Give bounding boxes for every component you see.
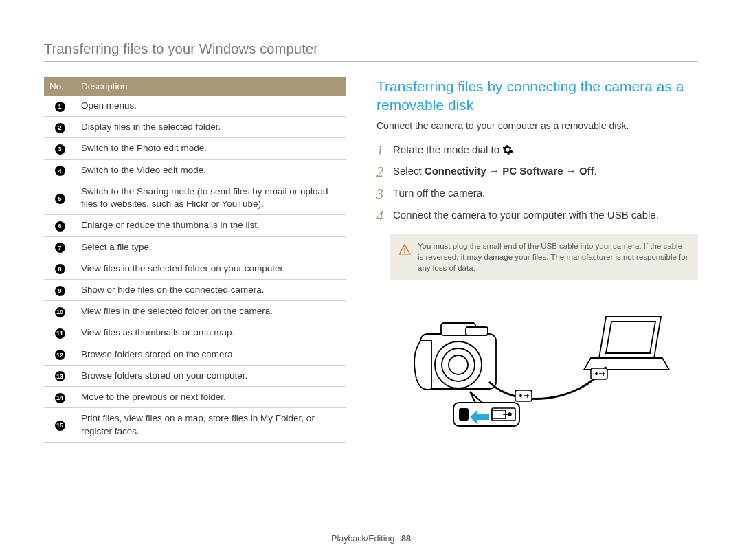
svg-point-9 bbox=[519, 394, 522, 397]
cell-desc: Move to the previous or next folder. bbox=[76, 387, 346, 408]
step-1: Rotate the mode dial to . bbox=[376, 142, 698, 157]
description-table: No. Description 1Open menus. 2Display fi… bbox=[44, 77, 346, 443]
step-2-pre: Select bbox=[393, 165, 425, 177]
arrow-icon: → bbox=[486, 165, 502, 177]
table-row: 4Switch to the Video edit mode. bbox=[44, 159, 346, 181]
page-footer: Playback/Editing 88 bbox=[0, 534, 742, 544]
cell-desc: Browse folders stored on the camera. bbox=[76, 344, 346, 365]
step-2-post: . bbox=[594, 165, 597, 177]
cell-desc: Switch to the Video edit mode. bbox=[76, 159, 346, 181]
table-row: 6Enlarge or reduce the thumbnails in the… bbox=[44, 215, 346, 236]
table-row: 2Display files in the selected folder. bbox=[44, 117, 346, 138]
svg-rect-7 bbox=[466, 327, 488, 335]
arrow-icon: → bbox=[563, 165, 579, 177]
step-2-b2: PC Software bbox=[502, 165, 563, 177]
header-rule bbox=[44, 61, 698, 62]
warning-text: You must plug the small end of the USB c… bbox=[418, 242, 688, 272]
step-1-pre: Rotate the mode dial to bbox=[393, 144, 502, 155]
cell-desc: Select a file type. bbox=[76, 236, 346, 258]
cell-desc: Show or hide files on the connected came… bbox=[76, 279, 346, 300]
num-badge: 5 bbox=[55, 194, 65, 204]
table-row: 8View files in the selected folder on yo… bbox=[44, 258, 346, 279]
section-intro: Connect the camera to your computer as a… bbox=[376, 120, 698, 131]
num-badge: 3 bbox=[55, 144, 65, 155]
table-row: 3Switch to the Photo edit mode. bbox=[44, 138, 346, 159]
table-row: 1Open menus. bbox=[44, 96, 346, 117]
num-badge: 4 bbox=[55, 166, 65, 176]
cell-desc: Switch to the Sharing mode (to send file… bbox=[76, 181, 346, 214]
cell-desc: Open menus. bbox=[76, 96, 346, 117]
section-title: Transferring files by connecting the cam… bbox=[376, 77, 698, 115]
num-badge: 14 bbox=[55, 393, 65, 403]
svg-point-11 bbox=[595, 372, 598, 375]
col-desc: Description bbox=[76, 77, 346, 96]
gear-icon bbox=[502, 144, 513, 155]
table-row: 5Switch to the Sharing mode (to send fil… bbox=[44, 181, 346, 214]
col-no: No. bbox=[44, 77, 76, 96]
page-header-title: Transferring files to your Windows compu… bbox=[44, 41, 698, 57]
svg-rect-13 bbox=[459, 408, 469, 421]
num-badge: 10 bbox=[55, 307, 65, 317]
step-3: Turn off the camera. bbox=[376, 186, 698, 201]
step-1-post: . bbox=[513, 144, 516, 155]
num-badge: 2 bbox=[55, 123, 65, 133]
warning-icon bbox=[398, 243, 411, 258]
num-badge: 1 bbox=[55, 102, 65, 112]
num-badge: 8 bbox=[55, 264, 65, 274]
cell-desc: Switch to the Photo edit mode. bbox=[76, 138, 346, 159]
cell-desc: Display files in the selected folder. bbox=[76, 117, 346, 138]
step-2-b3: Off bbox=[579, 165, 594, 177]
svg-point-1 bbox=[404, 251, 405, 253]
footer-page-number: 88 bbox=[401, 534, 411, 544]
svg-point-5 bbox=[449, 355, 468, 374]
cell-desc: View files in the selected folder on you… bbox=[76, 258, 346, 279]
step-2-b1: Connectivity bbox=[425, 165, 486, 177]
num-badge: 9 bbox=[55, 286, 65, 296]
cell-desc: Browse folders stored on your computer. bbox=[76, 365, 346, 386]
num-badge: 6 bbox=[55, 221, 65, 232]
table-row: 15Print files, view files on a map, stor… bbox=[44, 408, 346, 442]
cell-desc: Enlarge or reduce the thumbnails in the … bbox=[76, 215, 346, 236]
num-badge: 7 bbox=[55, 243, 65, 253]
table-row: 9Show or hide files on the connected cam… bbox=[44, 279, 346, 300]
step-2: Select Connectivity → PC Software → Off. bbox=[376, 164, 698, 179]
step-4: Connect the camera to your computer with… bbox=[376, 208, 698, 223]
num-badge: 11 bbox=[55, 328, 65, 339]
table-row: 13Browse folders stored on your computer… bbox=[44, 365, 346, 386]
table-row: 11View files as thumbnails or on a map. bbox=[44, 322, 346, 344]
cell-desc: Print files, view files on a map, store … bbox=[76, 408, 346, 442]
table-row: 10View files in the selected folder on t… bbox=[44, 301, 346, 322]
steps-list: Rotate the mode dial to . Select Connect… bbox=[376, 142, 698, 223]
num-badge: 15 bbox=[55, 421, 65, 431]
num-badge: 13 bbox=[55, 371, 65, 381]
table-row: 7Select a file type. bbox=[44, 236, 346, 258]
num-badge: 12 bbox=[55, 350, 65, 360]
cell-desc: View files in the selected folder on the… bbox=[76, 301, 346, 322]
connection-figure bbox=[376, 293, 698, 430]
cell-desc: View files as thumbnails or on a map. bbox=[76, 322, 346, 344]
footer-section: Playback/Editing bbox=[331, 534, 394, 544]
table-row: 12Browse folders stored on the camera. bbox=[44, 344, 346, 365]
warning-note: You must plug the small end of the USB c… bbox=[390, 234, 698, 280]
table-row: 14Move to the previous or next folder. bbox=[44, 387, 346, 408]
